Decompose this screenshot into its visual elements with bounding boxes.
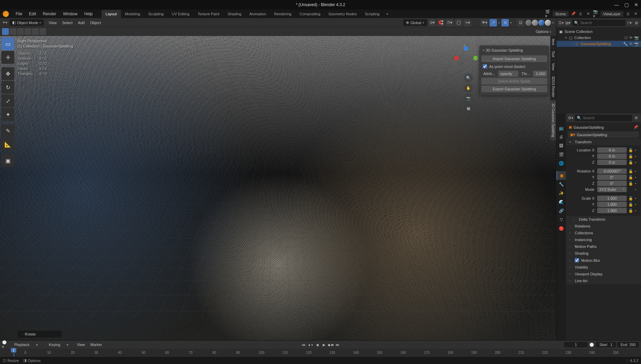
prop-tab-constraint[interactable]: 🔗 [556,206,566,215]
play-reverse-icon[interactable]: ◀ [314,342,320,348]
keyframe-icon[interactable]: • [635,202,638,206]
pin-icon[interactable]: 📌 [634,125,638,129]
editor-type-icon[interactable]: ✦▾ [2,20,7,25]
chevron-right-icon[interactable]: › [572,42,573,46]
keyframe-icon[interactable]: • [635,175,638,179]
filter-icon[interactable]: ▽▾ [627,20,632,25]
jump-end-icon[interactable]: ⏭ [335,342,341,348]
visibility-icon[interactable]: 👁▾ [481,19,488,26]
scale-x-input[interactable]: 1.000 [597,196,627,201]
line-art-header[interactable]: ›Line Art [566,277,641,284]
npanel-tab-3d-gaussian[interactable]: 3D Gaussian Splatting [550,101,556,140]
exclude-icon[interactable]: ☑ [624,36,628,40]
sel-invert-icon[interactable] [32,28,39,35]
outliner-display-icon[interactable]: ▤▾ [565,20,571,25]
tool-move-icon[interactable]: ✥ [1,67,14,80]
scene-browse-icon[interactable]: 🎬▾ [545,11,551,17]
gs-panel-header[interactable]: ▾ 3D Gaussian Splatting [481,48,547,54]
tab-uv[interactable]: UV Editing [168,10,194,18]
menu-render[interactable]: Render [39,10,59,18]
new-collection-icon[interactable]: ⊞ [634,20,639,25]
properties-search[interactable]: 🔍 [575,115,632,121]
nav-gizmo[interactable]: Z [454,46,478,70]
timeline-editor-icon[interactable]: 🕐▾ [2,342,7,347]
tool-measure-icon[interactable]: 📐 [1,138,14,151]
viewport-3d[interactable]: ▭ ✛ ✥ ↻ ⤢ ✦ ✎ 📐 ▣ Right Perspective (1) … [0,36,556,340]
tab-compositing[interactable]: Compositing [296,10,324,18]
rot-z-input[interactable]: 0° [597,181,627,186]
npanel-tab-3dgs-render[interactable]: 3DGS Render [550,73,556,101]
thr-value-input[interactable]: 0.000 [533,71,547,77]
new-scene-icon[interactable]: ⎘ [578,11,584,17]
start-frame-input[interactable]: Start 1 [596,342,616,347]
breadcrumb-label[interactable]: GaussianSplatting [573,125,604,129]
prop-tab-object[interactable]: ▣ [556,171,566,180]
end-frame-input[interactable]: End 250 [617,342,639,347]
tree-gaussian-object[interactable]: › ▽ GaussianSplatting 🔧 👁 📷 [556,41,641,47]
tab-rendering[interactable]: Rendering [270,10,296,18]
vh-object[interactable]: Object [87,19,104,26]
maximize-icon[interactable]: ▢ [624,2,629,7]
header-options-dropdown[interactable]: Options ▾ [533,29,554,35]
npanel-tab-tool[interactable]: Tool [550,48,556,60]
motion-blur-checkbox[interactable] [575,258,579,262]
tab-scripting[interactable]: Scripting [361,10,384,18]
prop-tab-render[interactable]: 📺 [556,124,566,132]
shading-rendered-icon[interactable] [545,20,551,26]
prop-tab-particles[interactable]: ✨ [556,189,566,198]
delete-scene-icon[interactable]: ✕ [586,11,591,17]
zoom-icon[interactable]: 🔍 [464,73,473,82]
point-cloud-checkbox[interactable]: As point cloud (faster) [481,63,547,70]
tl-view[interactable]: View [74,342,88,348]
outliner-search-input[interactable] [580,21,623,25]
tree-collection[interactable]: ▾ ▢ Collection ☑ 👁 📷 [556,35,641,41]
lock-icon[interactable]: 🔓 [628,160,634,165]
scale-z-input[interactable]: 1.000 [597,208,627,213]
tab-layout[interactable]: Layout [102,10,121,18]
shading-material-icon[interactable] [538,20,545,26]
keyframe-icon[interactable]: • [635,154,638,158]
snap-toggle-icon[interactable]: 🧲 [437,19,445,26]
prop-tab-scene[interactable]: 🎬 [556,150,566,159]
mode-selector[interactable]: ◧ Object Mode ▾ [10,19,44,26]
motion-blur-header[interactable]: › Motion Blur [566,257,641,264]
keyframe-icon[interactable]: • [635,181,638,185]
scene-selector[interactable]: Scene [553,11,569,17]
sel-circle-icon[interactable] [17,28,24,35]
outliner-editor-icon[interactable]: ☰▾ [558,20,564,25]
tl-marker[interactable]: Marker [88,342,105,348]
lock-icon[interactable]: 🔓 [628,181,634,186]
keyframe-icon[interactable]: • [635,196,638,200]
loc-y-input[interactable]: 0 m [597,153,627,159]
tl-keying[interactable]: Keying ▾ [43,342,74,348]
proportional-icon[interactable]: ◯ [455,19,462,26]
blender-logo-icon[interactable] [3,11,9,17]
current-frame-input[interactable]: 1 [564,342,588,347]
keyframe-icon[interactable]: • [635,208,638,213]
axis-z-icon[interactable] [464,46,468,51]
lock-icon[interactable]: 🔓 [628,169,634,174]
xray-icon[interactable]: ⊡ [517,19,524,26]
prop-tab-physics[interactable]: 🌊 [556,198,566,206]
modifier-icon[interactable]: 🔧 [623,42,628,46]
npanel-tab-item[interactable]: Item [550,36,556,48]
minimize-icon[interactable]: — [614,2,619,7]
pivot-icon[interactable]: ⊙▾ [428,19,436,26]
add-workspace-icon[interactable]: + [384,10,391,18]
tool-select-box-icon[interactable]: ▭ [1,37,14,50]
lock-icon[interactable]: 🔓 [628,196,634,201]
menu-help[interactable]: Help [81,10,96,18]
keyframe-next-icon[interactable]: ◆⏵ [328,342,334,348]
tool-annotate-icon[interactable]: ✎ [1,124,14,137]
jump-start-icon[interactable]: ⏮ [301,342,307,348]
keyframe-prev-icon[interactable]: ⏴◆ [307,342,314,348]
eye-icon[interactable]: 👁 [629,42,633,46]
prop-tab-world[interactable]: 🌐 [556,159,566,168]
play-icon[interactable]: ▶ [321,342,327,348]
vh-add[interactable]: Add [75,19,88,26]
close-icon[interactable]: ✕ [634,2,638,7]
lock-icon[interactable]: 🔓 [628,154,634,159]
gizmo-toggle-icon[interactable]: ↗ [489,19,497,26]
properties-search-input[interactable] [583,116,630,120]
shading-header[interactable]: ›Shading [566,250,641,257]
